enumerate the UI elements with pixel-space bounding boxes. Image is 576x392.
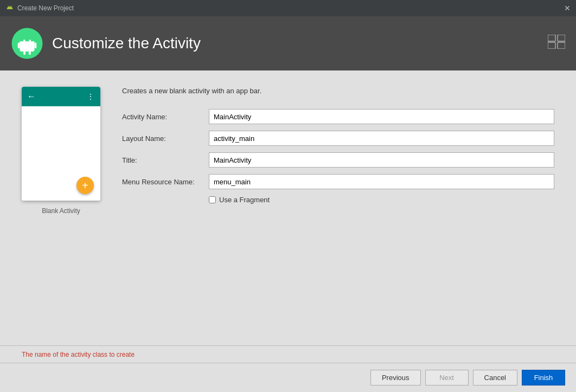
use-fragment-label: Use a Fragment: [219, 196, 270, 204]
svg-point-2: [23, 40, 25, 42]
header-title: Customize the Activity: [52, 35, 201, 52]
form-section: Creates a new blank activity with an app…: [122, 87, 554, 329]
header-window-icon: [548, 35, 565, 52]
phone-preview-section: ← ⋮ + Blank Activity: [22, 87, 100, 329]
menu-resource-cell: [209, 171, 554, 192]
title-input[interactable]: [209, 152, 554, 168]
svg-rect-9: [558, 35, 565, 41]
finish-button[interactable]: Finish: [522, 370, 565, 385]
header: Customize the Activity: [0, 16, 576, 70]
content-area: ← ⋮ + Blank Activity Creates a new blank…: [0, 70, 576, 345]
layout-name-input[interactable]: [209, 131, 554, 146]
layout-name-cell: [209, 127, 554, 149]
previous-button[interactable]: Previous: [370, 370, 421, 385]
title-cell: [209, 149, 554, 171]
status-text: The name of the activity class to create: [22, 351, 135, 358]
menu-resource-label: Menu Resource Name:: [122, 175, 209, 189]
title-bar-left: Create New Project: [5, 4, 74, 12]
back-arrow-icon: ←: [27, 92, 36, 101]
main-content: ← ⋮ + Blank Activity Creates a new blank…: [0, 70, 576, 392]
menu-resource-input[interactable]: [209, 174, 554, 189]
layout-name-label: Layout Name:: [122, 132, 209, 145]
phone-toolbar: ← ⋮: [22, 87, 100, 106]
fab-button: +: [76, 177, 94, 194]
activity-name-cell: [209, 106, 554, 127]
phone-preview: ← ⋮ +: [22, 87, 100, 201]
phone-body: +: [22, 106, 100, 201]
more-options-icon: ⋮: [87, 92, 95, 101]
svg-rect-10: [548, 42, 555, 49]
android-logo: [11, 27, 43, 60]
title-label: Title:: [122, 153, 209, 167]
header-left: Customize the Activity: [11, 27, 201, 60]
android-title-icon: [5, 4, 14, 12]
form-grid: Activity Name: Layout Name: Title: Menu …: [122, 106, 554, 207]
activity-name-input[interactable]: [209, 109, 554, 124]
use-fragment-row: Use a Fragment: [209, 192, 554, 207]
status-bar: The name of the activity class to create: [0, 346, 576, 363]
form-description: Creates a new blank activity with an app…: [122, 87, 554, 95]
svg-rect-4: [18, 43, 20, 49]
svg-rect-7: [29, 51, 31, 55]
svg-rect-8: [548, 35, 555, 41]
title-bar: Create New Project ✕: [0, 0, 576, 16]
svg-rect-1: [20, 41, 35, 43]
phone-preview-label: Blank Activity: [42, 207, 80, 215]
next-button[interactable]: Next: [425, 370, 469, 385]
use-fragment-checkbox[interactable]: [209, 196, 216, 203]
svg-rect-11: [558, 42, 565, 49]
svg-point-3: [29, 40, 31, 42]
activity-name-label: Activity Name:: [122, 110, 209, 124]
svg-rect-5: [35, 43, 37, 49]
footer: Previous Next Cancel Finish: [0, 363, 576, 392]
title-bar-text: Create New Project: [17, 4, 74, 12]
svg-rect-6: [23, 51, 25, 55]
close-button[interactable]: ✕: [564, 4, 571, 12]
cancel-button[interactable]: Cancel: [473, 370, 517, 385]
